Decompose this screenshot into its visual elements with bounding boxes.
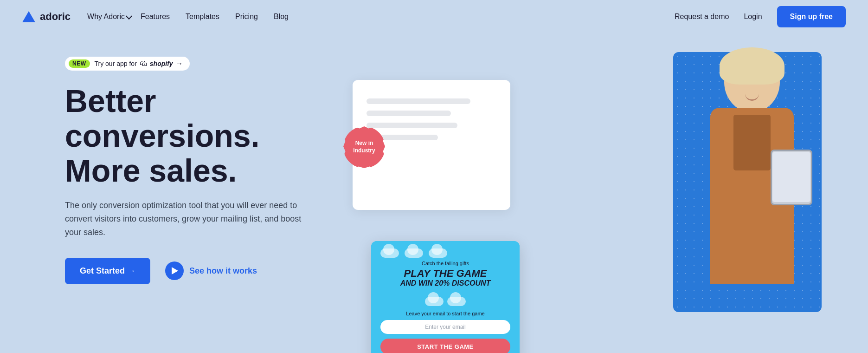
- arrow-right-icon: →: [176, 59, 183, 68]
- card-line: [366, 111, 451, 116]
- nav-links: Why Adoric Features Templates Pricing Bl…: [87, 4, 295, 29]
- see-how-it-works-button[interactable]: See how it works: [165, 261, 257, 280]
- headline-line2: More sales.: [65, 153, 334, 188]
- get-started-button[interactable]: Get Started →: [65, 258, 150, 284]
- card-line: [366, 98, 470, 104]
- navbar-left: adoric Why Adoric Features Templates Pri…: [22, 4, 295, 29]
- tablet-screen: [772, 152, 810, 202]
- play-circle-icon: [165, 261, 184, 280]
- see-how-label: See how it works: [189, 266, 257, 276]
- new-label: NEW: [69, 59, 90, 68]
- cta-row: Get Started → See how it works: [65, 258, 334, 284]
- logo-icon: [22, 11, 35, 22]
- shopify-badge[interactable]: NEW Try our app for 🛍 shopify →: [65, 57, 190, 71]
- popup-title-discount: AND WIN 20% DISCOUNT: [380, 279, 510, 288]
- woman-collar: [733, 115, 771, 170]
- request-demo-link[interactable]: Request a demo: [675, 13, 729, 21]
- login-link[interactable]: Login: [736, 9, 769, 25]
- popup-card: × Catch the falling gifts PLAY THE GAME …: [371, 241, 520, 353]
- popup-email-label: Leave your email to start the game: [380, 311, 510, 316]
- cloud-icon: [405, 248, 423, 258]
- cloud-icon: [425, 297, 444, 306]
- hero-headline: Better conversions. More sales.: [65, 84, 334, 188]
- navbar-right: Request a demo Login Sign up free: [675, 6, 846, 27]
- popup-start-game-button[interactable]: START THE GAME: [380, 339, 510, 353]
- navbar: adoric Why Adoric Features Templates Pri…: [0, 0, 868, 33]
- logo[interactable]: adoric: [22, 11, 71, 23]
- badge-text: Try our app for 🛍 shopify →: [95, 59, 183, 68]
- popup-email-input[interactable]: Enter your email: [380, 320, 510, 334]
- popup-body: Leave your email to start the game Enter…: [371, 292, 520, 353]
- hero-section: NEW Try our app for 🛍 shopify → Better c…: [0, 33, 868, 353]
- popup-subtitle: Catch the falling gifts: [380, 261, 510, 266]
- chevron-down-icon: [126, 13, 132, 19]
- popup-sky: Catch the falling gifts PLAY THE GAME AN…: [371, 241, 520, 292]
- woman-hair: [720, 47, 784, 85]
- headline-line1: Better conversions.: [65, 84, 334, 153]
- new-industry-badge: New in industry: [343, 126, 385, 168]
- nav-templates[interactable]: Templates: [179, 9, 226, 24]
- popup-clouds: [380, 248, 510, 258]
- hero-content-left: NEW Try our app for 🛍 shopify → Better c…: [65, 52, 334, 284]
- cloud-icon: [447, 297, 466, 306]
- cloud-icon: [429, 248, 447, 258]
- signup-button[interactable]: Sign up free: [777, 6, 846, 27]
- shopify-bag-icon: 🛍: [140, 59, 147, 68]
- nav-blog[interactable]: Blog: [267, 9, 295, 24]
- popup-cloud-bottom: [380, 297, 510, 306]
- hero-subtext: The only conversion optimization tool th…: [65, 199, 306, 239]
- nav-pricing[interactable]: Pricing: [229, 9, 264, 24]
- play-triangle-icon: [172, 267, 178, 275]
- popup-title-main: PLAY THE GAME: [380, 268, 510, 279]
- hero-woman-image: [692, 47, 812, 317]
- logo-text: adoric: [40, 11, 71, 23]
- card-line: [366, 123, 457, 128]
- hero-visual-right: New in industry ×: [334, 52, 822, 353]
- cloud-icon: [380, 248, 399, 258]
- nav-features[interactable]: Features: [134, 9, 176, 24]
- nav-why-adoric[interactable]: Why Adoric: [87, 0, 131, 33]
